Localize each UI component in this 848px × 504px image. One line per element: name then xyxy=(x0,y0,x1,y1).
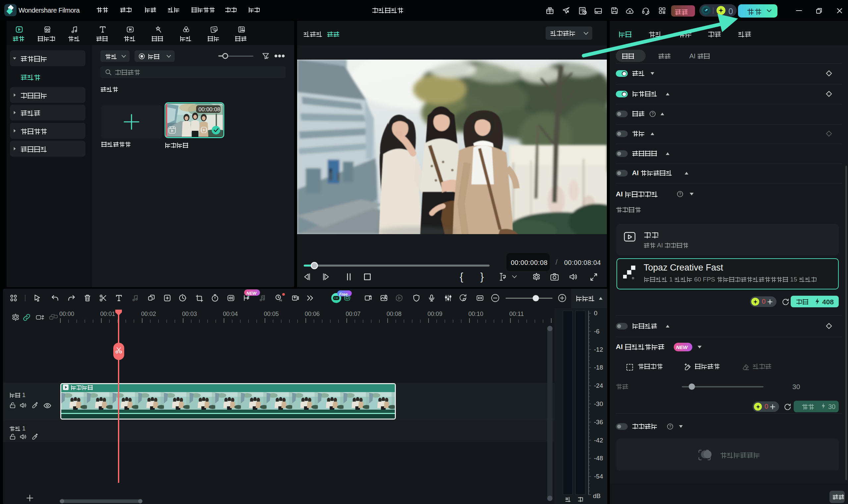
svg-text:AI: AI xyxy=(279,299,282,302)
svg-text:?: ? xyxy=(679,192,682,196)
svg-text:?: ? xyxy=(669,424,671,429)
svg-text:?: ? xyxy=(652,112,654,116)
